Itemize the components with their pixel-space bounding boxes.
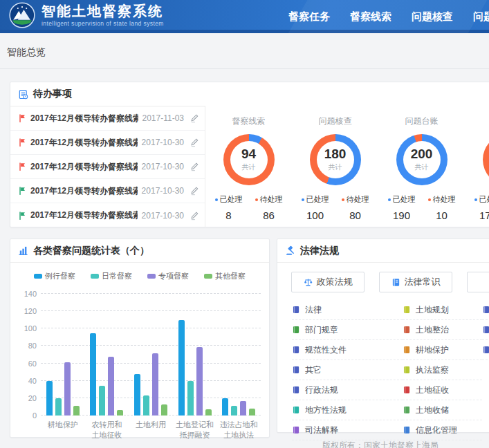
law-column-1: 法律部门规章规范性文件其它行政法规地方性法规司法解释	[292, 300, 403, 440]
legend-item[interactable]: 日常督察	[91, 271, 132, 281]
bar-例行督察[interactable]	[178, 320, 185, 416]
law-category-label: 部门规章	[305, 324, 338, 336]
law-category-label: 土地收储	[416, 404, 449, 416]
law-category-item[interactable]: 规范性文件	[292, 340, 403, 360]
todo-item-text[interactable]: 2017年12月领导转办督察线索	[30, 209, 138, 221]
nav-item-1[interactable]: 督察任务	[288, 10, 330, 24]
bar-例行督察[interactable]	[134, 374, 140, 416]
bar-专项督察[interactable]	[64, 362, 71, 416]
law-button-1[interactable]: 政策法规	[291, 272, 365, 292]
law-category-item[interactable]: 土地征收	[403, 380, 482, 400]
chart-bars	[41, 294, 261, 416]
nav-item-4[interactable]: 问题台账	[473, 10, 489, 24]
donut-total-label: 共计	[329, 162, 342, 172]
chart-card-title: 各类督察问题统计表（个）	[33, 245, 149, 257]
edit-icon[interactable]	[190, 162, 199, 171]
donut-legend: 已处理100待处理80	[292, 194, 378, 221]
flag-icon	[19, 138, 26, 147]
brand[interactable]: 智能土地督察系统 intelligent supervision of stat…	[9, 2, 164, 28]
bar-专项督察[interactable]	[240, 401, 246, 416]
chart-card-header: 各类督察问题统计表（个）	[10, 239, 269, 263]
y-axis-tick: 20	[15, 394, 37, 402]
bar-其他督察[interactable]	[205, 409, 212, 416]
bar-例行督察[interactable]	[90, 333, 96, 416]
law-button-3[interactable]	[467, 272, 489, 292]
law-category-item[interactable]: 其它	[292, 360, 403, 380]
todo-item-text[interactable]: 2017年12月领导转办督察线索	[30, 113, 138, 124]
law-category-item[interactable]: 信息化管理	[403, 420, 482, 440]
legend-item[interactable]: 其他督察	[204, 271, 246, 281]
bar-专项督察[interactable]	[196, 347, 203, 416]
bar-例行督察[interactable]	[46, 381, 53, 416]
book-icon	[292, 306, 300, 314]
bar-日常督察[interactable]	[99, 386, 105, 416]
book-icon	[403, 346, 411, 354]
bar-日常督察[interactable]	[231, 406, 237, 416]
bar-其他督察[interactable]	[117, 410, 123, 416]
bar-其他督察[interactable]	[249, 409, 255, 416]
nav-item-2[interactable]: 督察线索	[350, 10, 391, 24]
donut-total-value: 200	[411, 147, 433, 160]
donut-ring: 200共计	[396, 134, 448, 185]
nav-item-3[interactable]: 问题核查	[412, 10, 453, 24]
y-axis-tick: 60	[15, 360, 37, 368]
edit-icon[interactable]	[190, 186, 199, 196]
law-category-item[interactable]: 部门规章	[292, 320, 403, 340]
bar-日常督察[interactable]	[143, 395, 149, 416]
law-category-label: 法律	[305, 304, 322, 316]
book-icon	[403, 386, 411, 394]
law-category-item[interactable]: 土地整治	[403, 320, 482, 340]
bar-group	[222, 294, 255, 416]
bar-group	[90, 294, 123, 416]
processed-dot-icon	[215, 198, 218, 201]
edit-icon[interactable]	[190, 211, 199, 221]
law-category-item[interactable]	[482, 320, 489, 340]
todo-card: 待办事项 2017年12月领导转办督察线索2017-11-032017年12月领…	[10, 82, 489, 227]
bar-日常督察[interactable]	[187, 381, 194, 416]
law-category-item[interactable]: 地方性法规	[292, 400, 403, 420]
bar-例行督察[interactable]	[222, 398, 228, 416]
edit-icon[interactable]	[190, 113, 199, 123]
processed-dot-icon	[302, 198, 304, 201]
pending-dot-icon	[428, 198, 431, 201]
flag-icon	[19, 114, 26, 122]
law-category-item[interactable]: 行政法规	[292, 380, 403, 400]
todo-item-text[interactable]: 2017年12月领导转办督察线索	[30, 185, 138, 197]
main-nav: 督察任务督察线索问题核查问题台账	[288, 0, 489, 33]
y-axis-tick: 120	[15, 307, 37, 315]
todo-item-date: 2017-10-30	[142, 138, 184, 147]
law-category-item[interactable]: 执法监察	[403, 360, 482, 380]
edit-icon[interactable]	[190, 138, 199, 147]
bar-专项督察[interactable]	[108, 357, 114, 416]
law-category-item[interactable]: 耕地保护	[403, 340, 482, 360]
y-axis-tick: 0	[15, 411, 37, 420]
processed-stat: 已处理100	[302, 194, 329, 221]
book-icon	[292, 346, 300, 354]
donut-total-value: 94	[241, 147, 256, 160]
bar-日常督察[interactable]	[55, 398, 62, 416]
bar-专项督察[interactable]	[152, 353, 158, 416]
donut-title: 问题核查	[292, 115, 378, 127]
legend-item[interactable]: 例行督察	[34, 271, 75, 281]
donut-title: 督察线索	[205, 115, 292, 127]
law-button-2[interactable]: 法律常识	[379, 272, 452, 292]
legend-item[interactable]: 专项督察	[147, 271, 189, 281]
bar-其他督察[interactable]	[73, 406, 80, 416]
pending-value: 86	[255, 209, 283, 221]
scale-icon	[304, 278, 313, 287]
law-category-item[interactable]: 司法解释	[292, 420, 403, 440]
bar-其他督察[interactable]	[161, 404, 167, 416]
law-category-item[interactable]	[482, 300, 489, 320]
donut-legend: 已处理175待处理	[465, 194, 489, 221]
x-axis-category-label: 土地登记和 抵押融资	[173, 420, 217, 440]
book-icon	[403, 326, 411, 334]
law-category-item[interactable]	[482, 340, 489, 360]
donut-title: 问题台账	[378, 115, 465, 127]
chart-legend: 例行督察日常督察专项督察其他督察	[10, 271, 269, 281]
book-icon	[482, 326, 489, 334]
todo-item-text[interactable]: 2017年12月领导转办督察线索	[30, 137, 138, 149]
law-category-item[interactable]: 法律	[292, 300, 403, 320]
law-category-item[interactable]: 土地规划	[403, 300, 482, 320]
law-category-item[interactable]: 土地收储	[403, 400, 482, 420]
todo-item-text[interactable]: 2017年12月领导转办督察线索	[30, 161, 138, 173]
